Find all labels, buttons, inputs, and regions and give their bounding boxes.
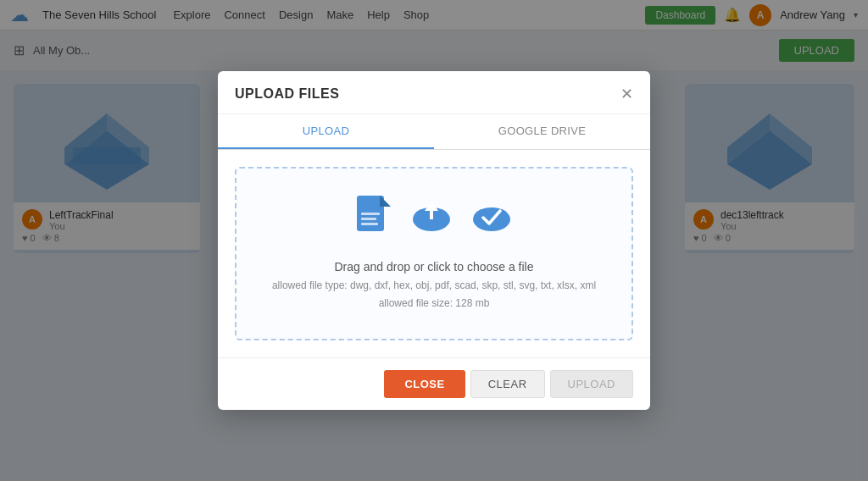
tab-google-drive[interactable]: GOOGLE DRIVE <box>434 114 650 149</box>
modal-title: UPLOAD FILES <box>235 86 339 102</box>
modal-overlay: UPLOAD FILES ✕ UPLOAD GOOGLE DRIVE <box>0 0 868 481</box>
tab-upload[interactable]: UPLOAD <box>218 114 434 149</box>
document-icon <box>353 194 395 240</box>
upload-modal: UPLOAD FILES ✕ UPLOAD GOOGLE DRIVE <box>218 71 650 410</box>
svg-rect-10 <box>361 218 376 220</box>
cloud-check-icon <box>469 194 515 236</box>
upload-drop-area[interactable]: Drag and drop or click to choose a file … <box>235 167 633 340</box>
svg-rect-11 <box>361 223 378 225</box>
modal-tabs: UPLOAD GOOGLE DRIVE <box>218 114 650 150</box>
close-button[interactable]: CLOSE <box>384 370 465 398</box>
clear-button[interactable]: CLEAR <box>470 370 545 398</box>
modal-footer: CLOSE CLEAR UPLOAD <box>218 357 650 410</box>
upload-icons <box>353 194 515 240</box>
upload-button[interactable]: UPLOAD <box>550 370 633 398</box>
upload-drag-text: Drag and drop or click to choose a file <box>334 257 533 276</box>
modal-close-x-button[interactable]: ✕ <box>620 85 633 103</box>
svg-rect-9 <box>361 213 380 215</box>
modal-header: UPLOAD FILES ✕ <box>218 71 650 114</box>
upload-allowed-types: allowed file type: dwg, dxf, hex, obj, p… <box>272 277 596 296</box>
cloud-upload-icon <box>409 194 455 236</box>
upload-allowed-size: allowed file size: 128 mb <box>379 295 490 313</box>
